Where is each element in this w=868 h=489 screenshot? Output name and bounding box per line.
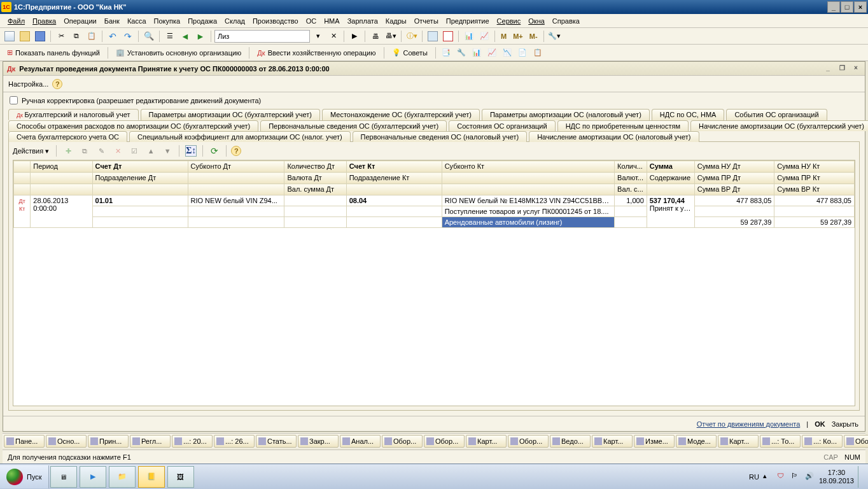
wintab[interactable]: Обор... xyxy=(382,435,423,448)
open-button[interactable] xyxy=(18,29,32,43)
tab-accounting[interactable]: Дк Бухгалтерский и налоговый учет xyxy=(8,109,139,120)
col-currency-dt[interactable]: Валюта Дт xyxy=(284,173,346,184)
sigma-button[interactable]: Σ↕ xyxy=(184,144,198,158)
redo-button[interactable]: ↷ xyxy=(121,29,135,43)
extra-1-button[interactable]: 📑 xyxy=(439,46,453,60)
extra-6-button[interactable]: 📄 xyxy=(515,46,529,60)
wintab[interactable]: ...: 20... xyxy=(172,435,213,448)
col-vr-kt[interactable]: Сумма ВР Кт xyxy=(774,184,855,195)
tab-states[interactable]: Состояния ОС организаций xyxy=(449,120,555,131)
tab-amort-params-bu[interactable]: Параметры амортизации ОС (бухгалтерский … xyxy=(141,109,320,120)
new-doc-button[interactable] xyxy=(3,29,17,43)
wintab[interactable]: Стать... xyxy=(256,435,297,448)
col-acct-kt[interactable]: Счет Кт xyxy=(346,161,442,173)
nav-back-button[interactable]: ◄ xyxy=(178,29,192,43)
paste-button[interactable]: 📋 xyxy=(85,29,99,43)
tab-initial-bu[interactable]: Первоначальные сведения ОС (бухгалтерски… xyxy=(260,120,447,131)
wintab[interactable]: Прин... xyxy=(88,435,129,448)
menu-enterprise[interactable]: Предприятие xyxy=(442,16,493,26)
add-row-button[interactable]: ✚ xyxy=(61,144,75,158)
tab-vat-acquired[interactable]: НДС по приобретенным ценностям xyxy=(557,120,689,131)
ok-button[interactable]: OK xyxy=(815,420,825,428)
lang-indicator[interactable]: RU xyxy=(749,473,759,481)
wintab[interactable]: Ведо... xyxy=(550,435,591,448)
tab-amort-calc-bu[interactable]: Начисление амортизации ОС (бухгалтерский… xyxy=(690,120,868,131)
col-pr-kt[interactable]: Сумма ПР Кт xyxy=(774,173,855,184)
menu-file[interactable]: Файл xyxy=(4,16,29,26)
close-button[interactable]: × xyxy=(854,1,867,13)
table-row[interactable]: ДтКт 28.06.20130:00:00 01.01 RIO NEW бел… xyxy=(14,195,855,206)
tab-amort-calc-nu[interactable]: Начисление амортизации ОС (налоговый уче… xyxy=(529,131,699,142)
wintab[interactable]: ...: То... xyxy=(760,435,801,448)
col-acct-dt[interactable]: Счет Дт xyxy=(92,161,188,173)
menu-bank[interactable]: Банк xyxy=(101,16,123,26)
actions-label[interactable]: Действия ▾ xyxy=(13,147,49,155)
tab-expense-methods[interactable]: Способы отражения расходов по амортизаци… xyxy=(8,120,258,131)
find-button[interactable]: 🔍 xyxy=(142,29,156,43)
undo-button[interactable]: ↶ xyxy=(106,29,120,43)
start-button[interactable]: Пуск xyxy=(0,465,49,488)
m-minus-button[interactable]: M- xyxy=(527,32,540,40)
manual-edit-checkbox[interactable] xyxy=(10,96,18,104)
show-panel-button[interactable]: ⊞Показать панель функций xyxy=(3,46,104,60)
wintab[interactable]: Карт... xyxy=(466,435,507,448)
menu-os[interactable]: ОС xyxy=(302,16,321,26)
edit-row-button[interactable]: ✎ xyxy=(94,144,108,158)
wintab[interactable]: Осно... xyxy=(46,435,87,448)
tool-a-button[interactable]: 📊 xyxy=(462,29,476,43)
print-preview-button[interactable]: 🖶▾ xyxy=(384,29,398,43)
menu-help[interactable]: Справка xyxy=(549,16,584,26)
menu-operations[interactable]: Операции xyxy=(60,16,100,26)
menu-purchase[interactable]: Покупка xyxy=(150,16,185,26)
os-task-server[interactable]: 🖥 xyxy=(50,466,77,488)
enter-op-button[interactable]: ДкВвести хозяйственную операцию xyxy=(253,46,380,60)
os-task-1c-active[interactable]: 📒 xyxy=(138,466,165,488)
menu-cash[interactable]: Касса xyxy=(123,16,150,26)
extra-2-button[interactable]: 🔧 xyxy=(454,46,468,60)
col-div-kt[interactable]: Подразделение Кт xyxy=(346,173,442,184)
save-button[interactable] xyxy=(33,29,47,43)
movements-grid[interactable]: Период Счет Дт Субконто Дт Количество Дт… xyxy=(13,160,855,406)
calendar-button[interactable] xyxy=(441,29,455,43)
tab-vat-os[interactable]: НДС по ОС, НМА xyxy=(652,109,725,120)
extra-5-button[interactable]: 📉 xyxy=(500,46,514,60)
col-sum[interactable]: Сумма xyxy=(647,161,694,173)
tool-b-button[interactable]: 📈 xyxy=(477,29,491,43)
tray-clock[interactable]: 17:30 18.09.2013 xyxy=(819,469,854,485)
cell-sub-kt-3-selected[interactable]: Арендованные автомобили (лизинг) xyxy=(442,217,614,228)
calc-button[interactable] xyxy=(426,29,440,43)
wintab[interactable]: ...: Ко... xyxy=(802,435,843,448)
doc-close-button[interactable]: × xyxy=(851,64,861,73)
tab-events[interactable]: События ОС организаций xyxy=(726,109,827,120)
col-content[interactable]: Содержание xyxy=(647,173,694,184)
wintab[interactable]: Закр... xyxy=(298,435,339,448)
copy-row-button[interactable]: ⧉ xyxy=(78,144,92,158)
col-valsum-dt[interactable]: Вал. сумма Дт xyxy=(284,184,346,195)
col-sub-kt[interactable]: Субконто Кт xyxy=(442,161,614,173)
menu-windows[interactable]: Окна xyxy=(524,16,549,26)
col-qty-kt[interactable]: Колич... xyxy=(615,161,647,173)
doc-restore-button[interactable]: ❐ xyxy=(837,64,847,73)
tray-up-icon[interactable]: ▴ xyxy=(763,472,773,482)
search-dropdown-button[interactable]: ▾ xyxy=(311,29,325,43)
nav-fwd-button[interactable]: ► xyxy=(193,29,207,43)
close-doc-button[interactable]: Закрыть xyxy=(832,420,858,428)
col-sub-dt[interactable]: Субконто Дт xyxy=(188,161,284,173)
wintab[interactable]: Карт... xyxy=(718,435,759,448)
extra-7-button[interactable]: 📋 xyxy=(531,46,545,60)
grid-help-icon[interactable]: ? xyxy=(231,146,241,156)
wintab[interactable]: Обор... xyxy=(508,435,549,448)
m-plus-button[interactable]: M+ xyxy=(510,32,526,40)
col-currency-kt[interactable]: Валют... xyxy=(615,173,647,184)
m-button[interactable]: M xyxy=(498,32,509,40)
menu-nma[interactable]: НМА xyxy=(320,16,343,26)
copy-button[interactable]: ⧉ xyxy=(69,29,83,43)
tab-special-coef[interactable]: Специальный коэффициент для амортизации … xyxy=(129,131,351,142)
col-pr-dt[interactable]: Сумма ПР Дт xyxy=(694,173,774,184)
wintab[interactable]: Обор... xyxy=(424,435,465,448)
wrench-button[interactable]: 🔧▾ xyxy=(547,29,561,43)
extra-3-button[interactable]: 📊 xyxy=(470,46,484,60)
menu-service[interactable]: Сервис xyxy=(493,16,525,26)
menu-edit[interactable]: Правка xyxy=(29,16,60,26)
report-link[interactable]: Отчет по движениям документа xyxy=(697,420,801,428)
